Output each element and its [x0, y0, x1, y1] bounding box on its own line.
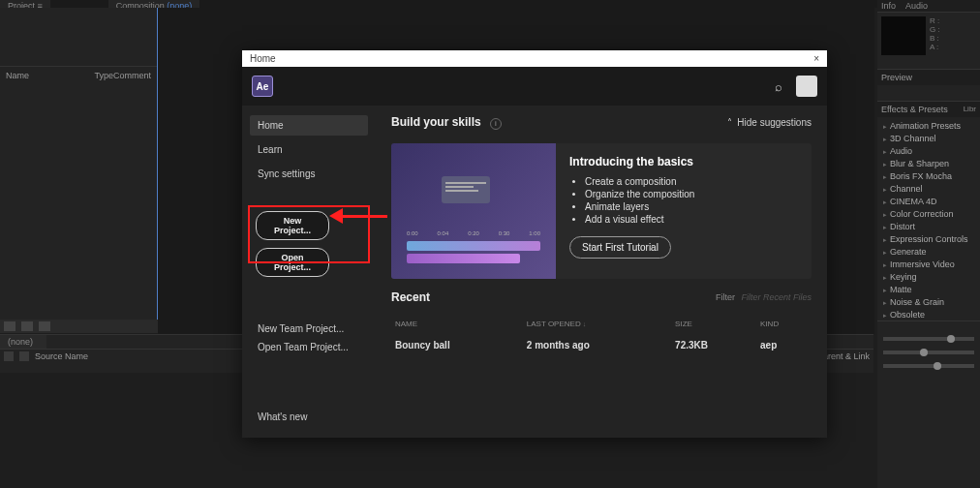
ruler-tick: 0:30	[499, 230, 510, 238]
libraries-tab[interactable]: Libr	[964, 105, 976, 114]
start-tutorial-button[interactable]: Start First Tutorial	[569, 236, 671, 259]
audio-tab[interactable]: Audio	[905, 1, 928, 11]
sliders-panel	[877, 320, 980, 383]
ruler-tick: 1:00	[529, 230, 540, 238]
hide-suggestions-label: Hide suggestions	[737, 117, 812, 128]
ruler-tick: 0:20	[468, 230, 479, 238]
caret-up-icon: ˄	[727, 117, 732, 128]
effects-category[interactable]: Generate	[877, 245, 980, 258]
col-last-opened[interactable]: LAST OPENED↓	[523, 314, 671, 334]
filter-label: Filter	[716, 292, 735, 302]
home-title: Home	[250, 53, 276, 64]
effects-category[interactable]: Animation Presets	[877, 119, 980, 132]
cell-name: Bouncy ball	[391, 334, 523, 356]
basics-item: Organize the composition	[585, 189, 798, 199]
effects-category[interactable]: Expression Controls	[877, 232, 980, 245]
timecode-button[interactable]	[4, 351, 14, 361]
nav-learn[interactable]: Learn	[250, 139, 368, 160]
composition-tab[interactable]: Composition (none)	[108, 0, 200, 8]
basics-item: Create a composition	[585, 176, 798, 187]
card-thumbnail: 0:000:040:200:301:00	[391, 143, 556, 279]
ae-logo-icon: Ae	[252, 76, 273, 97]
effects-category[interactable]: Boris FX Mocha	[877, 169, 980, 182]
effects-category[interactable]: Obsolete	[877, 308, 980, 320]
card-title: Introducing the basics	[569, 155, 798, 168]
hide-suggestions-toggle[interactable]: ˄ Hide suggestions	[727, 117, 812, 128]
recent-table: NAME LAST OPENED↓ SIZE KIND Bouncy ball …	[391, 314, 812, 356]
col-comment[interactable]: Comment	[113, 71, 151, 80]
nav-sync-settings[interactable]: Sync settings	[250, 164, 368, 184]
cell-size: 72.3KB	[671, 334, 756, 356]
slider-2[interactable]	[883, 351, 974, 354]
effects-category[interactable]: Noise & Grain	[877, 295, 980, 308]
open-team-project-link[interactable]: Open Team Project...	[250, 338, 368, 356]
table-row[interactable]: Bouncy ball 2 months ago 72.3KB aep	[391, 334, 812, 356]
project-panel: Name Type Comment	[0, 8, 158, 329]
home-dialog: Home × Ae ⌕ Home Learn Sync settings New…	[242, 50, 827, 438]
cell-opened: 2 months ago	[523, 334, 671, 356]
effects-category[interactable]: CINEMA 4D	[877, 195, 980, 207]
info-tab[interactable]: Info	[881, 1, 896, 11]
skills-card: 0:000:040:200:301:00 Introducing the bas…	[391, 143, 812, 279]
effects-category[interactable]: Distort	[877, 220, 980, 232]
project-tab[interactable]: Project ≡	[0, 0, 50, 8]
search-icon[interactable]: ⌕	[775, 79, 782, 94]
nav-home[interactable]: Home	[250, 115, 368, 136]
effects-category[interactable]: 3D Channel	[877, 132, 980, 144]
effects-category[interactable]: Blur & Sharpen	[877, 157, 980, 169]
effects-category[interactable]: Matte	[877, 283, 980, 295]
effects-category[interactable]: Keying	[877, 270, 980, 283]
slider-3[interactable]	[883, 364, 974, 368]
whats-new-link[interactable]: What's new	[258, 412, 307, 422]
col-size[interactable]: SIZE	[671, 314, 756, 334]
effects-category[interactable]: Color Correction	[877, 207, 980, 220]
annotation-arrow	[329, 208, 387, 224]
timeline-tab[interactable]: (none)	[0, 335, 46, 349]
effects-category[interactable]: Audio	[877, 144, 980, 157]
basics-item: Animate layers	[585, 201, 798, 212]
new-comp-icon[interactable]	[21, 321, 33, 331]
sort-icon: ↓	[583, 320, 587, 327]
info-icon[interactable]: i	[490, 118, 502, 130]
basics-item: Add a visual effect	[585, 214, 798, 225]
recent-title: Recent	[391, 290, 430, 304]
col-name[interactable]: Name	[6, 71, 94, 80]
right-panels: InfoAudio R : G : B : A : Preview Effect…	[877, 0, 980, 488]
slider-1[interactable]	[883, 337, 974, 341]
col-type[interactable]: Type	[94, 71, 113, 80]
cell-kind: aep	[756, 334, 812, 356]
avatar[interactable]	[796, 76, 817, 97]
effects-list[interactable]: Animation Presets3D ChannelAudioBlur & S…	[877, 117, 980, 320]
trash-icon[interactable]	[39, 321, 50, 331]
effects-category[interactable]: Channel	[877, 182, 980, 195]
ruler-tick: 0:04	[438, 230, 449, 238]
col-name[interactable]: NAME	[391, 314, 523, 334]
folder-icon[interactable]	[4, 321, 15, 331]
filter-input[interactable]: Filter Recent Files	[741, 292, 812, 302]
build-skills-title: Build your skills	[391, 115, 481, 129]
project-toolbar	[0, 320, 158, 333]
effects-category[interactable]: Immersive Video	[877, 258, 980, 270]
close-icon[interactable]: ×	[813, 53, 819, 64]
ruler-tick: 0:00	[407, 230, 418, 238]
preview-tab[interactable]: Preview	[881, 73, 912, 82]
new-team-project-link[interactable]: New Team Project...	[250, 320, 368, 338]
effects-presets-tab[interactable]: Effects & Presets	[881, 105, 948, 114]
search-icon[interactable]	[19, 351, 29, 361]
col-kind[interactable]: KIND	[756, 314, 812, 334]
color-swatch	[881, 16, 926, 55]
